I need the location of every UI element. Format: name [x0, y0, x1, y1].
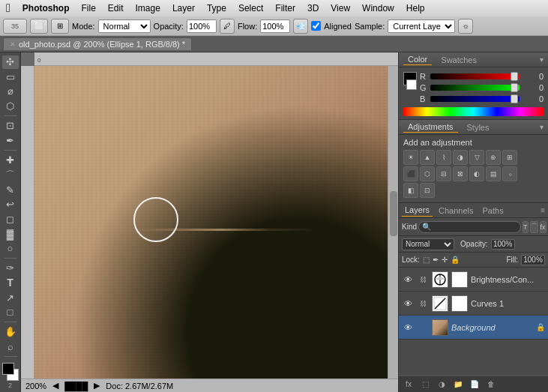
blue-slider-thumb[interactable] [511, 94, 518, 103]
hand-tool[interactable]: ✋ [2, 325, 19, 339]
tab-close-btn[interactable]: ✕ [10, 40, 16, 48]
layers-btn2[interactable]: ⌒ [530, 221, 538, 233]
new-fill-adj-btn[interactable]: ◑ [435, 379, 448, 391]
shape-tool[interactable]: □ [2, 306, 19, 319]
status-arrow-left[interactable]: ◀ [52, 381, 58, 391]
menu-window[interactable]: Window [356, 1, 400, 15]
layer-eye-curves[interactable]: 👁 [402, 298, 414, 310]
adj-colorbalance-btn[interactable]: ⊞ [502, 150, 517, 165]
layers-btn3[interactable]: fx [540, 221, 547, 233]
brush-tool[interactable]: ⌒ [2, 169, 19, 182]
adj-posterize-btn[interactable]: ▤ [486, 166, 501, 181]
adj-bw-btn[interactable]: ⬛ [403, 166, 418, 181]
brush-size-btn[interactable]: ⬜ [30, 19, 48, 34]
layer-item-background[interactable]: 👁 Background 🔒 [399, 316, 548, 340]
layer-eye-background[interactable]: 👁 [402, 322, 414, 334]
adj-threshold-btn[interactable]: ⬦ [502, 166, 517, 181]
eraser-tool[interactable]: ◻ [2, 213, 19, 226]
color-bg-box[interactable] [406, 79, 417, 90]
lasso-tool[interactable]: ⌀ [2, 85, 19, 98]
red-slider-thumb[interactable] [511, 72, 518, 81]
select-tool[interactable]: ▭ [2, 70, 19, 84]
brush-settings-btn[interactable]: ⊞ [51, 19, 69, 34]
adj-invert-btn[interactable]: ◐ [469, 166, 484, 181]
path-select-tool[interactable]: ↗ [2, 291, 19, 304]
gradient-tool[interactable]: ▓ [2, 227, 19, 241]
color-panel-collapse[interactable]: ▾ [540, 55, 544, 64]
magic-wand-tool[interactable]: ⬡ [2, 100, 19, 113]
color-tab[interactable]: Color [403, 54, 432, 65]
lock-transparent-icon[interactable]: ⬚ [423, 256, 430, 264]
channels-tab[interactable]: Channels [436, 205, 476, 217]
blue-slider[interactable] [430, 96, 520, 102]
dodge-tool[interactable]: ○ [2, 242, 19, 256]
menu-image[interactable]: Image [130, 1, 166, 15]
opacity-input[interactable] [491, 239, 515, 250]
v-scroll-thumb[interactable] [390, 191, 397, 236]
styles-tab[interactable]: Styles [463, 122, 494, 133]
menu-file[interactable]: File [76, 1, 102, 15]
green-slider-thumb[interactable] [511, 83, 518, 92]
layer-eye-brightness[interactable]: 👁 [402, 274, 414, 286]
layers-search[interactable] [418, 221, 521, 233]
flow-input[interactable] [260, 19, 290, 33]
delete-layer-btn[interactable]: 🗑 [484, 379, 498, 391]
blend-mode-select[interactable]: Normal [402, 238, 454, 250]
adj-levels-btn[interactable]: ▲ [420, 150, 435, 165]
adj-channelmixer-btn[interactable]: ⊟ [436, 166, 451, 181]
history-brush-tool[interactable]: ↩ [2, 198, 19, 211]
green-slider[interactable] [430, 85, 520, 91]
layers-tab[interactable]: Layers [402, 204, 433, 217]
mode-select[interactable]: Normal [98, 19, 151, 33]
zoom-tool[interactable]: ⌕ [2, 340, 19, 354]
layers-btn1[interactable]: T [523, 221, 529, 233]
menu-edit[interactable]: Edit [102, 1, 130, 15]
adj-selectivecolor-btn[interactable]: ⊡ [420, 183, 435, 198]
menu-type[interactable]: Type [201, 1, 232, 15]
color-spectrum[interactable] [403, 107, 544, 116]
lock-pixels-icon[interactable]: ✒ [433, 256, 439, 264]
add-layer-style-btn[interactable]: fx [402, 379, 415, 391]
adj-photofilter-btn[interactable]: ⬡ [420, 166, 435, 181]
adj-brightness-btn[interactable]: ☀ [403, 150, 418, 165]
crop-tool[interactable]: ⊡ [2, 119, 19, 133]
menu-photoshop[interactable]: Photoshop [16, 1, 76, 15]
lock-position-icon[interactable]: ✛ [442, 256, 448, 264]
layer-item-brightness[interactable]: 👁 ⛓ Brightness/Con... [399, 268, 548, 292]
opacity-input[interactable] [187, 19, 217, 33]
canvas-content[interactable] [34, 66, 388, 379]
type-tool[interactable]: T [2, 277, 19, 290]
adj-vibrance-btn[interactable]: ▽ [469, 150, 484, 165]
status-arrow-right[interactable]: ▶ [94, 381, 100, 391]
document-tab[interactable]: ✕ old_photo.psd @ 200% (Ellipse 1, RGB/8… [3, 37, 192, 50]
ignore-adj-btn[interactable]: ☼ [458, 19, 473, 34]
foreground-color-swatch[interactable] [2, 363, 14, 375]
adj-gradient-btn[interactable]: ◧ [403, 183, 418, 198]
apple-menu[interactable]:  [0, 1, 16, 15]
aligned-checkbox[interactable] [311, 21, 321, 31]
tool-preset-btn[interactable]: 35 [3, 19, 27, 34]
new-layer-btn[interactable]: 📄 [468, 379, 481, 391]
paths-tab[interactable]: Paths [480, 205, 507, 217]
canvas-scrollbar-v[interactable] [388, 66, 398, 379]
menu-filter[interactable]: Filter [269, 1, 301, 15]
menu-view[interactable]: View [325, 1, 356, 15]
red-slider[interactable] [430, 73, 520, 79]
menu-select[interactable]: Select [232, 1, 269, 15]
menu-help[interactable]: Help [400, 1, 431, 15]
adjustments-tab[interactable]: Adjustments [403, 121, 458, 133]
adj-panel-header[interactable]: Adjustments Styles ▾ [399, 120, 548, 135]
pressure-opacity-btn[interactable]: 🖊 [220, 19, 235, 34]
lock-all-icon[interactable]: 🔒 [451, 256, 460, 264]
adj-colorlookup-btn[interactable]: ⊠ [453, 166, 468, 181]
layer-item-curves[interactable]: 👁 ⛓ Curves 1 [399, 292, 548, 316]
menu-layer[interactable]: Layer [166, 1, 201, 15]
adj-panel-collapse[interactable]: ▾ [540, 123, 544, 131]
fill-input[interactable] [521, 255, 545, 265]
adj-exposure-btn[interactable]: ◑ [453, 150, 468, 165]
add-mask-btn[interactable]: ⬚ [418, 379, 432, 391]
pen-tool[interactable]: ✑ [2, 262, 19, 275]
airbrush-btn[interactable]: 💨 [293, 19, 308, 34]
move-tool[interactable]: ✣ [2, 55, 19, 69]
adj-hsl-btn[interactable]: ⊕ [486, 150, 501, 165]
